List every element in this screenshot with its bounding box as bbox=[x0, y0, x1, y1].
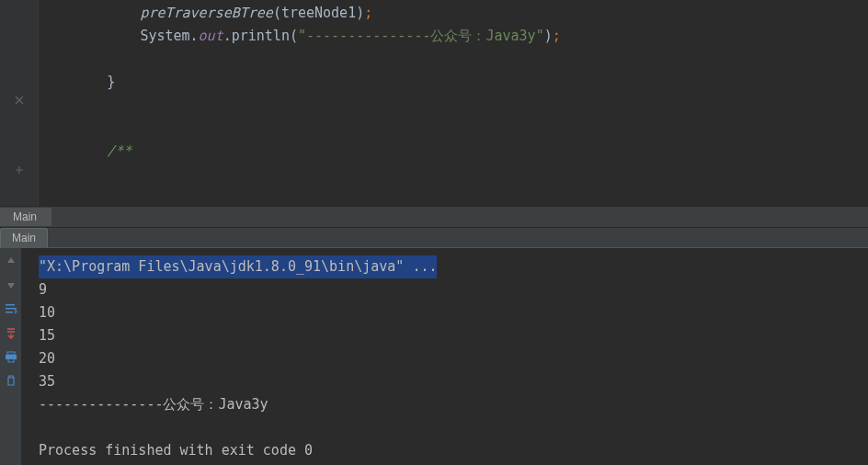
fold-marker-icon[interactable] bbox=[15, 165, 24, 177]
console-line bbox=[39, 416, 868, 439]
code-line bbox=[40, 48, 868, 71]
run-sub-tabs: Main bbox=[0, 228, 868, 248]
run-tool-tabs: Main bbox=[0, 206, 868, 228]
console-line: ---------------公众号：Java3y bbox=[39, 393, 868, 416]
code-line: /** bbox=[40, 140, 868, 163]
code-content[interactable]: preTraverseBTree(treeNode1); System.out.… bbox=[39, 0, 868, 206]
code-editor[interactable]: preTraverseBTree(treeNode1); System.out.… bbox=[0, 0, 868, 206]
console-line: 35 bbox=[39, 370, 868, 393]
svg-rect-3 bbox=[7, 352, 15, 355]
down-arrow-icon[interactable] bbox=[4, 278, 18, 292]
code-line: } bbox=[40, 71, 868, 94]
console-line: 20 bbox=[39, 347, 868, 370]
scroll-to-end-icon[interactable] bbox=[4, 325, 18, 340]
console-exit-line: Process finished with exit code 0 bbox=[39, 439, 868, 462]
console-command-line: "X:\Program Files\Java\jdk1.8.0_91\bin\j… bbox=[39, 255, 868, 278]
soft-wrap-icon[interactable] bbox=[4, 301, 18, 316]
svg-rect-1 bbox=[6, 308, 17, 310]
svg-rect-0 bbox=[6, 304, 15, 306]
console-line: 15 bbox=[39, 324, 868, 347]
tab-main[interactable]: Main bbox=[0, 208, 51, 226]
clear-all-icon[interactable] bbox=[4, 373, 18, 388]
console-panel: "X:\Program Files\Java\jdk1.8.0_91\bin\j… bbox=[0, 248, 868, 465]
code-line bbox=[40, 94, 868, 117]
console-line: 9 bbox=[39, 278, 868, 301]
code-line bbox=[40, 117, 868, 140]
code-line: System.out.println("---------------公众号：J… bbox=[40, 25, 868, 48]
fold-marker-icon[interactable] bbox=[15, 96, 24, 108]
code-line: preTraverseBTree(treeNode1); bbox=[40, 2, 868, 25]
console-toolbar bbox=[0, 248, 22, 465]
print-icon[interactable] bbox=[4, 349, 18, 364]
editor-gutter bbox=[0, 0, 39, 206]
up-arrow-icon[interactable] bbox=[4, 254, 18, 268]
svg-rect-2 bbox=[6, 312, 13, 313]
console-line: 10 bbox=[39, 301, 868, 324]
console-output[interactable]: "X:\Program Files\Java\jdk1.8.0_91\bin\j… bbox=[22, 248, 868, 465]
sub-tab-main[interactable]: Main bbox=[0, 228, 48, 247]
